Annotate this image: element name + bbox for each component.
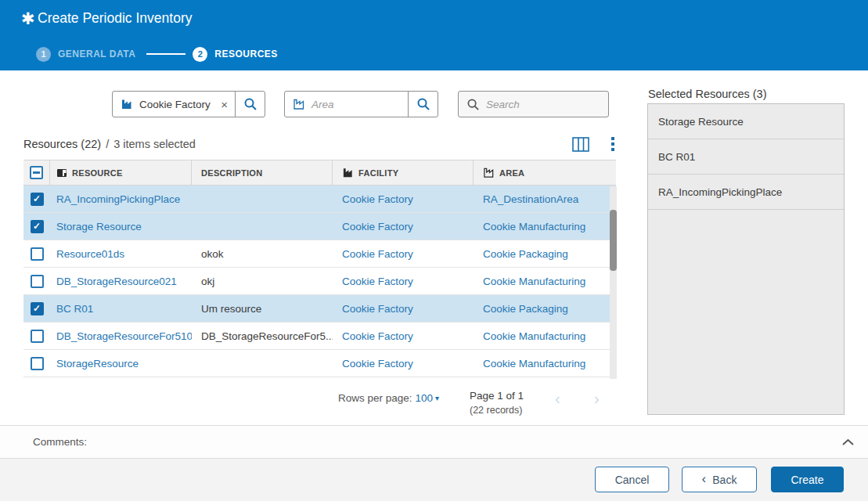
cell-facility: Cookie Factory [333,350,474,377]
chevron-left-icon[interactable]: ‹ [555,390,560,408]
page-title: Create Periodic Inventory [38,10,192,27]
facility-icon [342,167,354,178]
create-periodic-inventory-dialog: ✱ Create Periodic Inventory 1 GENERAL DA… [0,0,868,501]
table-row[interactable]: Storage Resource Cookie Factory Cookie M… [23,213,616,240]
table-row[interactable]: RA_IncomingPickingPlace Cookie Factory R… [23,186,616,213]
chevron-up-icon [841,438,855,447]
select-all-cell [23,160,50,185]
table-scrollbar[interactable] [610,186,617,379]
chevron-left-icon: ‹ [702,472,707,485]
chevron-down-icon[interactable]: ▾ [435,394,439,402]
table-header-row: RESOURCE DESCRIPTION FACILITY AREA [23,160,616,186]
cell-resource: Storage Resource [50,213,192,240]
facility-filter-value: Cookie Factory [139,99,221,110]
cell-description [192,186,333,212]
cell-area: Cookie Manufacturing [474,323,616,349]
cell-description: okok [192,240,333,267]
cell-resource: Resource01ds [50,240,192,267]
list-item[interactable]: Storage Resource [648,104,844,139]
resources-count: Resources (22) [23,138,101,150]
resources-list-header: Resources (22) / 3 items selected [23,134,616,154]
selected-resources-title: Selected Resources (3) [648,88,767,100]
area-icon [483,167,495,178]
wizard-steps: 1 GENERAL DATA 2 RESOURCES [36,46,278,62]
cell-description: DB_StorageResourceFor5... [192,323,333,349]
comments-label: Comments: [33,436,87,448]
cell-description: Um resource [192,295,333,322]
cell-area: Cookie Manufacturing [474,350,616,377]
cell-area: Cookie Packaging [474,240,616,267]
row-checkbox[interactable] [31,302,44,315]
resources-table: RESOURCE DESCRIPTION FACILITY AREA RA_In… [23,160,616,377]
cell-resource: DB_StorageResource021 [50,268,192,294]
create-button[interactable]: Create [771,467,844,492]
step-general-data[interactable]: 1 GENERAL DATA [36,47,135,62]
table-row[interactable]: Resource01ds okok Cookie Factory Cookie … [23,240,616,268]
facility-filter[interactable]: Cookie Factory × [112,91,265,117]
column-header-facility[interactable]: FACILITY [333,160,474,185]
step-2-circle: 2 [193,47,207,62]
cell-area: Cookie Manufacturing [474,213,616,240]
cell-description [192,350,333,377]
facility-icon [121,98,133,110]
column-header-description[interactable]: DESCRIPTION [192,160,333,185]
row-checkbox[interactable] [31,357,44,370]
area-icon [293,98,305,110]
row-checkbox[interactable] [31,247,44,261]
cell-area: Cookie Manufacturing [474,268,616,294]
row-checkbox[interactable] [31,275,44,288]
cell-resource: DB_StorageResourceFor510 [50,323,192,349]
row-checkbox[interactable] [31,193,44,206]
row-checkbox[interactable] [31,220,44,233]
columns-icon[interactable] [572,137,589,152]
page-info: Page 1 of 1 (22 records) [470,389,524,417]
step-resources[interactable]: 2 RESOURCES [193,47,278,62]
collapse-button[interactable] [841,438,855,447]
search-icon [243,97,258,111]
step-2-label: RESOURCES [214,49,278,59]
cancel-button[interactable]: Cancel [595,467,669,492]
search-placeholder: Search [486,99,608,110]
search-icon [466,98,480,111]
select-all-checkbox[interactable] [30,166,43,179]
rows-per-page-value[interactable]: 100 [416,392,434,404]
cell-facility: Cookie Factory [333,323,474,349]
list-item[interactable]: RA_IncomingPickingPlace [648,175,844,210]
close-icon[interactable]: × [221,98,228,111]
cell-facility: Cookie Factory [333,186,474,212]
selected-resources-panel: Storage Resource BC R01 RA_IncomingPicki… [647,103,845,415]
facility-search-button[interactable] [235,92,265,117]
list-item[interactable]: BC R01 [648,139,844,175]
scrollbar-thumb[interactable] [610,210,617,271]
separator: / [106,138,109,150]
table-row[interactable]: DB_StorageResource021 okj Cookie Factory… [23,268,616,295]
cell-facility: Cookie Factory [333,268,474,294]
records-count: (22 records) [470,403,524,417]
comments-bar: Comments: [0,425,868,459]
cell-area: Cookie Packaging [474,295,616,322]
table-row[interactable]: BC R01 Um resource Cookie Factory Cookie… [23,295,616,323]
rows-per-page[interactable]: Rows per page:100▾ [338,392,439,404]
cell-resource: StorageResource [50,350,192,377]
table-row[interactable]: StorageResource Cookie Factory Cookie Ma… [23,350,616,377]
cell-description: okj [192,268,333,294]
cell-resource: BC R01 [50,295,192,322]
area-filter[interactable]: Area [284,91,438,117]
area-filter-placeholder: Area [312,99,408,110]
column-header-resource[interactable]: RESOURCE [50,160,192,185]
cell-facility: Cookie Factory [333,213,474,240]
items-selected-count: 3 items selected [113,138,196,150]
step-1-label: GENERAL DATA [58,49,135,59]
column-header-area[interactable]: AREA [474,160,616,185]
row-checkbox[interactable] [31,330,44,343]
step-connector [146,53,185,55]
more-options-icon[interactable] [610,135,616,153]
cell-area: RA_DestinationArea [474,186,616,212]
chevron-right-icon[interactable]: › [594,390,600,408]
table-row[interactable]: DB_StorageResourceFor510 DB_StorageResou… [23,323,616,350]
area-search-button[interactable] [408,92,438,117]
search-input[interactable]: Search [458,91,609,117]
cell-resource: RA_IncomingPickingPlace [50,186,192,212]
search-icon [416,97,430,111]
back-button[interactable]: ‹ Back [682,467,757,492]
